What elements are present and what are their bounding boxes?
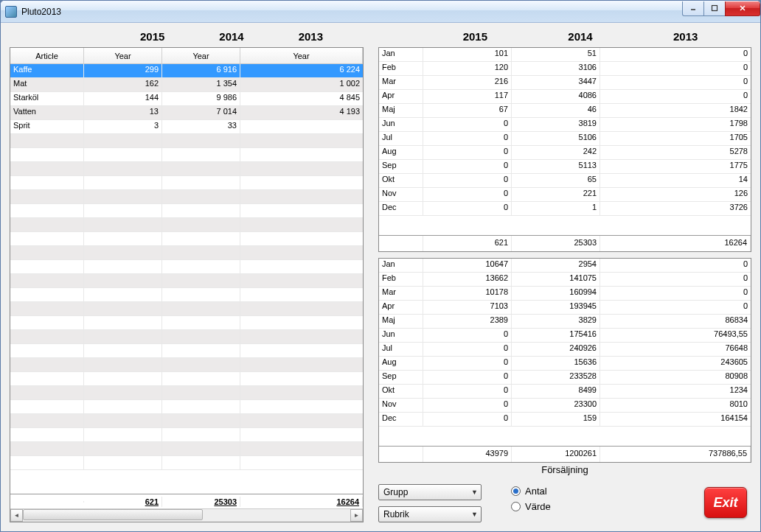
col-year-1[interactable]: Year (84, 48, 162, 63)
cell-2014: 1 354 (162, 78, 240, 91)
cell-2015: 10647 (423, 259, 512, 272)
table-row-empty[interactable] (10, 330, 363, 344)
rubrik-combo[interactable]: Rubrik ▼ (378, 506, 482, 522)
monthly-count-grid[interactable]: Jan101510Feb12031060Mar21634470Apr117408… (378, 47, 751, 252)
table-row[interactable]: Jan101510 (379, 48, 751, 62)
cell-2014: 65 (512, 174, 600, 187)
table-row[interactable]: Jul051061705 (379, 132, 751, 146)
cell-month: Aug (379, 146, 423, 159)
cell-2014: 5106 (512, 132, 600, 145)
table-row-empty[interactable] (10, 428, 363, 442)
table-row[interactable]: Vatten137 0144 193 (10, 106, 363, 120)
cell-2014: 141075 (512, 273, 600, 286)
table-row-empty[interactable] (10, 232, 363, 246)
minimize-button[interactable] (682, 1, 704, 16)
table-row[interactable]: Mar21634470 (379, 76, 751, 90)
table-row[interactable]: Maj2389382986834 (379, 315, 751, 329)
tv-2014: 1200261 (512, 447, 600, 462)
table-row[interactable]: Dec013726 (379, 202, 751, 216)
table-row[interactable]: Aug02425278 (379, 146, 751, 160)
table-row-empty[interactable] (10, 386, 363, 400)
scroll-thumb[interactable] (23, 509, 203, 520)
table-row[interactable]: Starköl1449 9864 845 (10, 92, 363, 106)
table-row-empty[interactable] (10, 316, 363, 330)
close-button[interactable] (725, 1, 760, 16)
col-year-2[interactable]: Year (162, 48, 240, 63)
table-row-empty[interactable] (10, 218, 363, 232)
table-row-empty[interactable] (10, 302, 363, 316)
table-row[interactable]: Dec0159164154 (379, 413, 751, 427)
radio-varde-label: Värde (525, 501, 551, 512)
table-row[interactable]: Sprit333 (10, 120, 363, 134)
cell-2014: 3819 (512, 118, 600, 131)
table-row[interactable]: Jan1064729540 (379, 259, 751, 273)
table-row[interactable]: Apr11740860 (379, 90, 751, 104)
table-row[interactable]: Feb136621410750 (379, 273, 751, 287)
table-row-empty[interactable] (10, 190, 363, 204)
table-row[interactable]: Mar101781609940 (379, 287, 751, 301)
scroll-right-arrow[interactable]: ► (350, 509, 363, 522)
cell-2015: 13 (84, 106, 162, 119)
horizontal-scrollbar[interactable]: ◄ ► (10, 508, 363, 522)
table-row-empty[interactable] (10, 456, 363, 470)
cell-month: Dec (379, 413, 423, 426)
tv-2013: 737886,55 (600, 447, 751, 462)
table-row[interactable]: Jun017541676493,55 (379, 329, 751, 343)
grupp-combo[interactable]: Grupp ▼ (378, 484, 482, 500)
table-row-empty[interactable] (10, 176, 363, 190)
article-grid[interactable]: Article Year Year Year Kaffe2996 9166 22… (10, 47, 364, 522)
table-row[interactable]: Mat1621 3541 002 (10, 78, 363, 92)
radio-group: Antal Värde (511, 486, 551, 512)
table-row-empty[interactable] (10, 442, 363, 456)
table-row[interactable]: Jul024092676648 (379, 343, 751, 357)
table-row[interactable]: Kaffe2996 9166 224 (10, 64, 363, 78)
table-row-empty[interactable] (10, 414, 363, 428)
table-row-empty[interactable] (10, 204, 363, 218)
cell-2014: 2954 (512, 259, 600, 272)
cell-2013: 76648 (600, 343, 751, 356)
cell-month: Maj (379, 104, 423, 117)
table-row[interactable]: Jun038191798 (379, 118, 751, 132)
table-row[interactable]: Aug015636243605 (379, 357, 751, 371)
maximize-button[interactable] (703, 1, 726, 16)
table-row[interactable]: Sep023352880908 (379, 371, 751, 385)
table-row-empty[interactable] (10, 372, 363, 386)
scroll-track[interactable] (23, 509, 350, 522)
table-row-empty[interactable] (10, 162, 363, 176)
table-row-empty[interactable] (10, 134, 363, 148)
table-row-empty[interactable] (10, 148, 363, 162)
table-row[interactable]: Nov0221126 (379, 188, 751, 202)
cell-article: Starköl (10, 92, 84, 105)
col-article[interactable]: Article (10, 48, 84, 63)
table-row-empty[interactable] (10, 344, 363, 358)
table-row[interactable]: Sep051131775 (379, 160, 751, 174)
article-grid-header[interactable]: Article Year Year Year (10, 48, 363, 64)
exit-button[interactable]: Exit (704, 487, 747, 518)
col-year-3[interactable]: Year (240, 48, 363, 63)
radio-antal-label: Antal (525, 486, 547, 497)
table-row[interactable]: Okt084991234 (379, 385, 751, 399)
article-grid-body[interactable]: Kaffe2996 9166 224Mat1621 3541 002Starkö… (10, 64, 363, 494)
table-row[interactable]: Feb12031060 (379, 62, 751, 76)
cell-2015: 0 (423, 329, 512, 342)
monthly-value-grid[interactable]: Jan1064729540Feb136621410750Mar101781609… (378, 258, 751, 463)
table-row-empty[interactable] (10, 400, 363, 414)
cell-2014: 5113 (512, 160, 600, 173)
table-row-empty[interactable] (10, 358, 363, 372)
cell-2014: 233528 (512, 371, 600, 384)
table-row[interactable]: Maj67461842 (379, 104, 751, 118)
table-row-empty[interactable] (10, 260, 363, 274)
radio-antal[interactable]: Antal (511, 486, 551, 497)
cell-2014: 240926 (512, 343, 600, 356)
table-row-empty[interactable] (10, 246, 363, 260)
table-row[interactable]: Apr71031939450 (379, 301, 751, 315)
cell-2014: 9 986 (162, 92, 240, 105)
table-row-empty[interactable] (10, 288, 363, 302)
footer-2014: 25303 (162, 497, 240, 507)
table-row-empty[interactable] (10, 274, 363, 288)
table-row[interactable]: Okt06514 (379, 174, 751, 188)
table-row[interactable]: Nov0233008010 (379, 399, 751, 413)
title-bar[interactable]: Pluto2013 (1, 1, 760, 23)
scroll-left-arrow[interactable]: ◄ (10, 509, 23, 522)
radio-varde[interactable]: Värde (511, 501, 551, 512)
